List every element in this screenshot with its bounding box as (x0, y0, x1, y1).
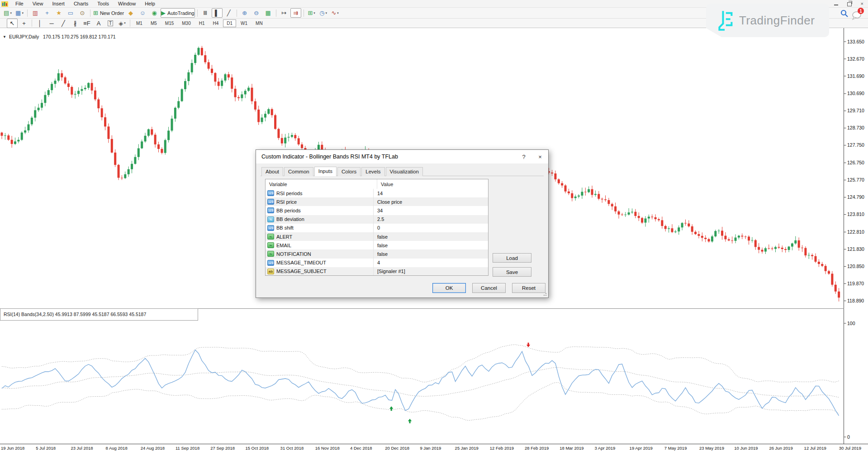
indicators-dropdown-icon[interactable]: ▾ (337, 11, 339, 15)
strategy-tester-button[interactable]: ⊙ (77, 8, 88, 18)
minimize-icon[interactable] (834, 5, 838, 5)
autotrading-button[interactable]: ▶AutoTrading (161, 8, 195, 18)
timeframe-w1[interactable]: W1 (237, 19, 251, 27)
timeframe-m1[interactable]: M1 (133, 19, 146, 27)
param-value[interactable]: 4 (373, 259, 488, 267)
tab-inputs[interactable]: Inputs (314, 167, 337, 176)
menu-tools[interactable]: Tools (93, 0, 114, 7)
svg-text:7 May 2019: 7 May 2019 (664, 446, 687, 451)
periods-dropdown-icon[interactable]: ▾ (326, 11, 327, 15)
horizontal-line-button[interactable]: ─ (46, 19, 57, 28)
menu-window[interactable]: Window (114, 0, 140, 7)
help-button[interactable]: ? (516, 150, 532, 163)
tab-colors[interactable]: Colors (337, 167, 360, 176)
param-row[interactable]: abMESSAGE_SUBJECT[Signaler #1] (266, 267, 488, 276)
param-name: ALERT (276, 234, 373, 240)
new-chart-dropdown-icon[interactable]: ▾ (10, 11, 12, 15)
menu-charts[interactable]: Charts (69, 0, 93, 7)
new-order-button[interactable]: ⊞New Order (93, 8, 124, 18)
metaeditor-button[interactable]: ◆ (125, 8, 136, 18)
timeframe-d1[interactable]: D1 (223, 19, 236, 27)
param-value[interactable]: 0 (373, 224, 488, 232)
load-button[interactable]: Load (493, 253, 531, 263)
indicators-button[interactable]: ∿▾ (330, 8, 341, 18)
param-row[interactable]: 123BB periods34 (266, 206, 488, 215)
save-button[interactable]: Save (493, 267, 531, 277)
cursor-button[interactable]: ↖ (7, 19, 18, 28)
profiles-dropdown-icon[interactable]: ▾ (22, 11, 24, 15)
timeframe-m30[interactable]: M30 (178, 19, 194, 27)
navigator-button[interactable]: ★ (53, 8, 64, 18)
vertical-line-button[interactable]: │ (34, 19, 45, 28)
chart-candles-button[interactable]: ▌ (212, 8, 223, 18)
equidistant-channel-button[interactable]: ∦ (70, 19, 81, 28)
menu-help[interactable]: Help (140, 0, 160, 7)
experts-button[interactable]: ☺ (137, 8, 148, 18)
timeframe-h4[interactable]: H4 (209, 19, 223, 27)
terminal-button[interactable]: ▭ (65, 8, 76, 18)
tab-levels[interactable]: Levels (361, 167, 384, 176)
param-value[interactable]: false (373, 249, 488, 258)
menu-file[interactable]: File (11, 0, 28, 7)
auto-scroll-button[interactable]: ↦ (279, 8, 289, 18)
text-label-button[interactable]: T (105, 19, 116, 28)
param-row[interactable]: 123MESSAGE_TIMEOUT4 (266, 259, 488, 267)
param-value[interactable]: 14 (373, 189, 488, 197)
param-row[interactable]: ~EMAILfalse (266, 241, 488, 249)
param-value[interactable]: Close price (373, 197, 488, 206)
param-value[interactable]: [Signaler #1] (373, 267, 488, 276)
arrows-shapes-dropdown-icon[interactable]: ▾ (124, 21, 126, 25)
data-window-button[interactable]: + (42, 8, 52, 18)
zoom-in-button[interactable]: ⊕ (239, 8, 250, 18)
param-row[interactable]: ~ALERTfalse (266, 232, 488, 241)
resize-grip[interactable] (543, 293, 547, 296)
restore-icon[interactable] (847, 2, 852, 6)
fibonacci-button[interactable]: ≡F (81, 19, 92, 28)
param-row[interactable]: 123BB shift0 (266, 224, 488, 232)
tab-visualization[interactable]: Visualization (386, 167, 423, 176)
templates-button[interactable]: ⊞▾ (306, 8, 317, 18)
templates-dropdown-icon[interactable]: ▾ (313, 11, 315, 15)
chart-area[interactable]: 133.650132.670131.690130.690129.710128.7… (0, 28, 868, 451)
ok-button[interactable]: OK (432, 283, 466, 293)
search-icon[interactable] (841, 10, 848, 17)
crosshair-button[interactable]: + (19, 19, 29, 28)
profiles-button[interactable]: ▦▾ (14, 8, 25, 18)
timeframe-mn[interactable]: MN (252, 19, 266, 27)
timeframe-m5[interactable]: M5 (147, 19, 161, 27)
param-value[interactable]: false (373, 241, 488, 249)
toolbar-separator (304, 10, 304, 17)
chart-line-button[interactable]: ╱ (223, 8, 234, 18)
timeframe-bar: M1M5M15M30H1H4D1W1MN (132, 19, 267, 27)
arrows-shapes-button[interactable]: ◈▾ (117, 19, 128, 28)
param-value[interactable]: 2.5 (373, 215, 488, 224)
menu-view[interactable]: View (28, 0, 48, 7)
chart-shift-button[interactable]: ⇉ (290, 8, 301, 18)
zoom-out-button[interactable]: ⊖ (251, 8, 262, 18)
chart-bars-button[interactable]: Ⅲ (200, 8, 211, 18)
tab-common[interactable]: Common (284, 167, 313, 176)
timeframe-m15[interactable]: M15 (161, 19, 177, 27)
timeframe-h1[interactable]: H1 (195, 19, 209, 27)
param-row[interactable]: 123RSI priceClose price (266, 197, 488, 206)
cancel-button[interactable]: Cancel (472, 283, 506, 293)
param-value[interactable]: 34 (373, 206, 488, 215)
new-chart-button[interactable]: ▤▾ (2, 8, 13, 18)
dialog-title-bar[interactable]: Custom Indicator - Bollinger Bands RSI M… (256, 150, 548, 163)
tab-about[interactable]: About (261, 167, 283, 176)
dialog-close-button[interactable]: × (532, 150, 548, 163)
reset-button[interactable]: Reset (512, 283, 545, 293)
param-row[interactable]: ½BB deviation2.5 (266, 215, 488, 224)
close-icon[interactable]: × (861, 1, 863, 6)
symbol-collapse-icon[interactable]: ▼ (3, 35, 6, 39)
periods-button[interactable]: ◷▾ (318, 8, 329, 18)
param-value[interactable]: false (373, 232, 488, 241)
text-button[interactable]: A (93, 19, 104, 28)
trendline-button[interactable]: ╱ (58, 19, 69, 28)
tile-windows-button[interactable]: ▦ (263, 8, 274, 18)
alerts-button[interactable]: ◉ (149, 8, 160, 18)
param-row[interactable]: 123RSI periods14 (266, 189, 488, 197)
param-row[interactable]: ~NOTIFICATIONfalse (266, 249, 488, 258)
market-watch-button[interactable]: ▥ (30, 8, 41, 18)
menu-insert[interactable]: Insert (47, 0, 69, 7)
